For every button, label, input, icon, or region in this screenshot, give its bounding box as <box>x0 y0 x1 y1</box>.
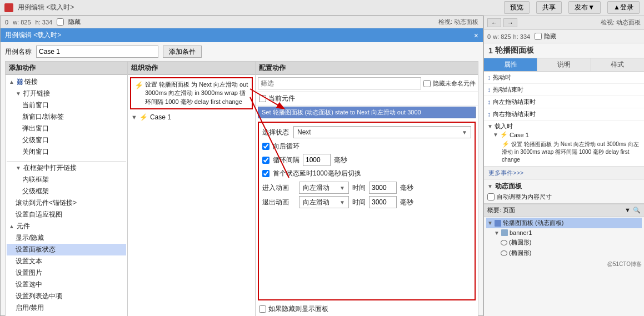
event-swipe-left-label: 向左拖动结束时 <box>493 98 536 106</box>
event-swipe-right[interactable]: ↕ 向右拖动结束时 <box>484 108 644 121</box>
col2-body[interactable]: ⚡ 设置 轮播图面板 为 Next 向左滑动 out 3000ms 向左滑动 i… <box>128 75 255 316</box>
tree-set-text[interactable]: 设置文本 <box>7 255 126 267</box>
search-icon[interactable]: 🔍 <box>633 207 641 214</box>
tree-open-link[interactable]: ▼ 打开链接 <box>7 88 126 99</box>
add-condition-button[interactable]: 添加条件 <box>163 46 202 58</box>
col1-body[interactable]: ▲ ⛓ 链接 ▼ 打开链接 当前窗口 <box>6 75 127 316</box>
filter-icon[interactable]: ▼ <box>625 207 631 214</box>
link-icon: ⛓ <box>17 78 23 86</box>
loop-interval-row: 循环间隔 毫秒 <box>262 154 471 166</box>
loop-interval-input[interactable] <box>303 154 331 166</box>
tree-set-image[interactable]: 设置图片 <box>7 267 126 279</box>
enter-anim-dropdown[interactable]: 向左滑动 ▼ <box>299 182 349 194</box>
dialog-panel: 0 w: 825 h: 334 隐藏 检视: 动态面板 用例编辑 <载入时> ×… <box>0 16 483 316</box>
load-case1[interactable]: ▼ ⚡ Case 1 <box>493 131 641 139</box>
col3-search-row: 隐藏未命名元件 <box>256 75 478 92</box>
tab-properties[interactable]: 属性 <box>484 58 537 71</box>
show-if-hidden-checkbox[interactable] <box>259 305 266 313</box>
tree-move[interactable]: 移动 <box>7 314 126 316</box>
exit-time-unit: 毫秒 <box>400 198 413 207</box>
name-row: 用例名称 添加条件 <box>5 46 478 58</box>
loop-interval-label: 循环间隔 <box>273 156 299 165</box>
tab-description[interactable]: 说明 <box>537 58 591 71</box>
login-button[interactable]: ▲登录 <box>607 1 640 14</box>
section-label: 检视: 动态面板 <box>438 18 478 26</box>
publish-button[interactable]: 发布▼ <box>568 1 601 14</box>
comp-carousel-panel[interactable]: ▼ 轮播图面板 (动态面板) <box>486 218 642 228</box>
swipe-right-icon: ↕ <box>487 111 491 118</box>
share-button[interactable]: 共享 <box>536 1 562 14</box>
selected-item-bar[interactable]: Set 轮播图面板 (动态面板) state to Next 向左滑动 out … <box>258 107 476 118</box>
dp-checkbox-row: 自动调整为内容尺寸 <box>487 193 641 201</box>
tree-current-window[interactable]: 当前窗口 <box>7 99 126 111</box>
carousel-label: 轮播图面板 (动态面板) <box>503 219 563 227</box>
organize-actions-col: 组织动作 ⚡ 设置 轮播图面板 为 Next 向左滑动 out 3000ms 向… <box>128 62 256 316</box>
tree-parent-window[interactable]: 父级窗口 <box>7 134 126 146</box>
tree-enable-disable[interactable]: 启用/禁用 <box>7 302 126 314</box>
exit-anim-dropdown[interactable]: 向左滑动 ▼ <box>299 196 349 208</box>
tree-link[interactable]: ▲ ⛓ 链接 <box>7 76 126 88</box>
tab-style[interactable]: 样式 <box>591 58 644 71</box>
new-tab-label: 新窗口/新标签 <box>22 112 64 122</box>
current-element-checkbox[interactable] <box>259 95 266 102</box>
banner-arrow: ▼ <box>494 230 500 236</box>
tree-popup[interactable]: 弹出窗口 <box>7 123 126 134</box>
tree-close-window[interactable]: 关闭窗口 <box>7 146 126 158</box>
auto-resize-checkbox[interactable] <box>487 193 495 200</box>
case1-icon: ⚡ <box>500 131 508 138</box>
action-icon: ⚡ <box>502 141 510 147</box>
comp-ellipse2[interactable]: (椭圆形) <box>486 248 642 258</box>
enter-anim-value: 向左滑动 <box>303 183 330 193</box>
close-icon[interactable]: × <box>474 31 478 40</box>
exit-time-input[interactable] <box>369 196 397 208</box>
forward-button[interactable]: → <box>503 18 517 27</box>
filter-input[interactable] <box>258 77 421 89</box>
first-state-delay-row: 首个状态延时1000毫秒后切换 <box>262 169 471 178</box>
link-label: 链接 <box>24 77 38 87</box>
back-button[interactable]: ← <box>487 18 501 27</box>
event-swipe-left[interactable]: ↕ 向左拖动结束时 <box>484 96 644 108</box>
tree-set-list-item[interactable]: 设置列表选中项 <box>7 290 126 302</box>
first-state-delay-checkbox[interactable] <box>262 170 269 177</box>
tree-element[interactable]: ▲ 元件 <box>7 220 126 232</box>
show-if-hidden-row: 如果隐藏则显示面板 <box>259 304 475 314</box>
more-events-button[interactable]: 更多事件>>> <box>484 167 644 179</box>
separator1 <box>7 158 126 162</box>
tree-set-selection[interactable]: 设置选中 <box>7 279 126 290</box>
event-drag[interactable]: ↕ 拖动时 <box>484 72 644 84</box>
selected-item-text: Set 轮播图面板 (动态面板) state to Next 向左滑动 out … <box>262 109 421 116</box>
preview-button[interactable]: 预览 <box>504 1 530 14</box>
enter-time-input[interactable] <box>369 182 397 194</box>
tree-new-tab[interactable]: 新窗口/新标签 <box>7 111 126 123</box>
tree-inline-frame[interactable]: 内联框架 <box>7 174 126 185</box>
panel-icon <box>495 220 501 227</box>
case-name-input[interactable] <box>36 46 158 58</box>
app-title: 用例编辑 <载入时> <box>18 3 74 12</box>
hide-checkbox[interactable] <box>57 18 64 26</box>
event-load-header[interactable]: ▼ 载入时 <box>487 122 641 131</box>
tree-show-hide[interactable]: 显示/隐藏 <box>7 232 126 244</box>
comp-banner1[interactable]: ▼ banner1 <box>486 228 642 237</box>
top-bar-right: 预览 共享 发布▼ ▲登录 <box>504 1 640 14</box>
tree-scroll-to[interactable]: 滚动到元件<锚链接> <box>7 197 126 209</box>
tree-adaptive-view[interactable]: 设置自适应视图 <box>7 209 126 220</box>
state-dropdown[interactable]: Next ▼ <box>293 126 471 138</box>
tree-parent-frame[interactable]: 父级框架 <box>7 185 126 197</box>
panel-title: 轮播图面板 <box>495 46 534 56</box>
right-hide-checkbox[interactable] <box>535 33 542 40</box>
tree-set-panel-state[interactable]: 设置面板状态 <box>7 244 126 255</box>
comp-ellipse1[interactable]: (椭圆形) <box>486 237 642 248</box>
tree-iframe-link[interactable]: ▼ 在框架中打开链接 <box>7 162 126 174</box>
forward-loop-checkbox[interactable] <box>262 143 269 150</box>
hide-unnamed-checkbox[interactable] <box>423 80 431 87</box>
set-text-label: 设置文本 <box>16 257 42 266</box>
loop-interval-checkbox[interactable] <box>262 157 269 164</box>
event-drag-end[interactable]: ↕ 拖动结束时 <box>484 84 644 96</box>
case-label: Case 1 <box>150 113 171 121</box>
hide-label: 隐藏 <box>68 18 81 26</box>
element-label: 元件 <box>17 222 30 231</box>
hide-unnamed-label: 隐藏未命名元件 <box>433 79 476 88</box>
case-item[interactable]: ▼ ⚡ Case 1 <box>128 112 255 123</box>
drag-end-icon: ↕ <box>487 86 491 94</box>
state-config-area: 选择状态 Next ▼ 向后循环 <box>258 122 476 300</box>
